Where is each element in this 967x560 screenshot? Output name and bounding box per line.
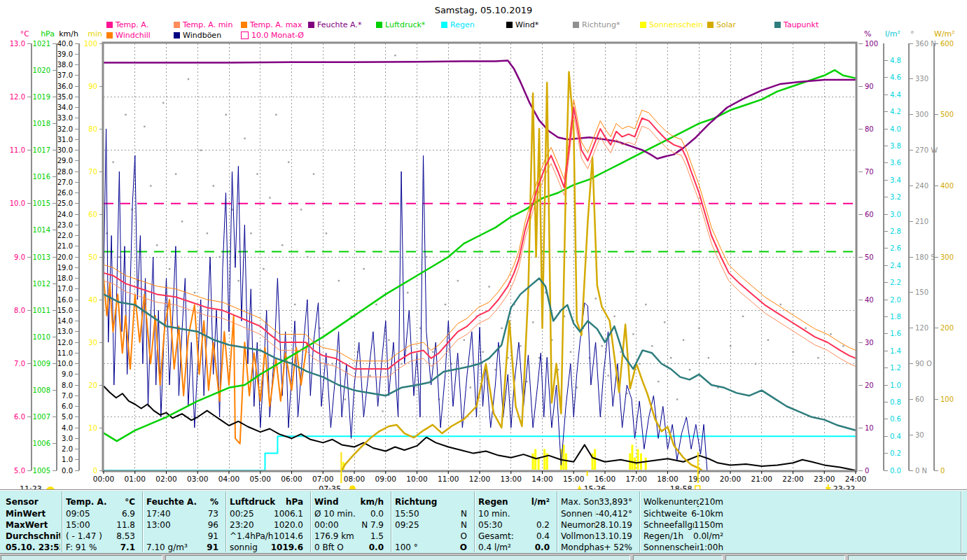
x-axis-tick-label: 14:00 — [531, 475, 552, 483]
table-cell-label: 0 Bft O — [314, 542, 344, 554]
axis-kmh-tick-label: 32.0 — [57, 125, 73, 133]
table-row: Mondphase+ 52% — [561, 542, 632, 554]
axis-deg-tick-label: 30 — [915, 431, 924, 439]
axis-kmh-tick-label: 6.0 — [62, 402, 73, 410]
table-cell-value: O — [460, 542, 467, 554]
axis-kmh-tick-label: 7.0 — [62, 392, 73, 400]
table-cell-value: 6-10km — [691, 509, 723, 520]
axis-lm2-tick-label: 3.6 — [890, 159, 901, 167]
axis-kmh-tick-label: 20.0 — [57, 253, 73, 261]
x-axis-tick-label: 16:00 — [594, 475, 615, 483]
axis-kmh-tick-label: 21.0 — [57, 242, 73, 250]
table-cell-label: sonnig — [230, 542, 258, 554]
table-cell-value: l/m² — [531, 497, 550, 508]
table-cell-label: Durchschnitt — [6, 531, 60, 542]
axis-min-tick-label: 30 — [88, 339, 97, 346]
axis-kmh-tick-label: 5.0 — [62, 413, 73, 421]
table-cell-value: 210m — [699, 497, 723, 508]
table-cell-label: Schneefallgr — [643, 520, 694, 531]
table-row: Sonnen Pos-40,412° — [561, 509, 632, 520]
x-axis-tick-label: 07:00 — [312, 475, 333, 483]
weather-chart: 5.06.07.08.09.010.011.012.013.0100510061… — [0, 0, 967, 490]
table-row: 176.9 km1.5 — [314, 531, 384, 542]
table-row: O — [395, 531, 467, 542]
axis-kmh-tick-label: 36.0 — [57, 83, 73, 90]
axis-lm2-tick-label: 4.2 — [890, 108, 901, 115]
axis-kmh-tick-label: 26.0 — [57, 189, 73, 197]
axis-kmh-tick-label: 11.0 — [57, 349, 73, 357]
table-cell-label: Ø 10 min. — [314, 509, 356, 520]
axis-hpa-tick-label: 1009 — [33, 360, 50, 368]
axis-min-tick-label: 80 — [88, 125, 97, 133]
x-axis-tick-label: 24:00 — [845, 475, 866, 483]
table-cell-value: 0.4 — [536, 531, 550, 542]
axis-pct-tick-label: 0 — [865, 467, 869, 475]
table-cell-value: 0.0 — [369, 542, 384, 554]
table-row: Richtung — [395, 497, 467, 508]
axis-min-tick-label: 50 — [88, 253, 97, 261]
axis-temp_c-tick-label: 6.0 — [14, 413, 25, 421]
table-row: 09:25N — [395, 520, 467, 531]
x-axis-tick-label: 01:00 — [125, 475, 146, 483]
table-cell-value: 1014.6 — [274, 531, 303, 542]
axis-temp_c-tick-label: 8.0 — [14, 307, 25, 314]
table-cell-value: 0.2 — [536, 520, 550, 531]
axis-kmh-tick-label: 8.0 — [62, 382, 73, 389]
axis-kmh-tick-label: 31.0 — [57, 136, 73, 144]
table-cell-value: 1006.1 — [274, 509, 303, 520]
table-row: 00:251006.1 — [230, 509, 303, 520]
axis-deg-tick-label: 180 S — [915, 253, 935, 261]
axis-lm2-tick-label: 3.4 — [890, 176, 901, 184]
axis-lm2-tick-label: 4.8 — [890, 57, 901, 64]
table-cell-label: Regen/1h — [643, 531, 683, 542]
axis-kmh-tick-label: 33.0 — [57, 114, 73, 122]
table-row: 100 °O — [395, 542, 467, 554]
table-cell-label: Luftdruck — [230, 497, 275, 508]
table-cell-label: 00:25 — [230, 509, 254, 520]
axis-wm2-tick-label: 600 — [940, 40, 954, 48]
table-cell-value: 91 — [207, 542, 218, 554]
table-row: Temp. A.°C — [66, 497, 135, 508]
axis-hpa-tick-label: 1008 — [33, 386, 50, 394]
table-row: Schneefallgr1150m — [643, 520, 723, 531]
table-row: MaxWert — [6, 520, 60, 531]
axis-hpa-tick-label: 1005 — [33, 467, 50, 475]
x-axis-tick-label: 11:00 — [438, 475, 459, 483]
axis-wm2-tick-label: 0 — [940, 467, 945, 475]
axis-lm2-tick-label: 0.2 — [890, 449, 901, 457]
table-row: 05.10. 23:55 — [6, 542, 60, 554]
x-axis-tick-label: 06:00 — [281, 475, 302, 483]
axis-deg-tick-label: 0 N — [915, 467, 927, 475]
axis-kmh-tick-label: 28.0 — [57, 168, 73, 176]
table-divider — [142, 491, 143, 552]
axis-pct-tick-label: 50 — [865, 253, 874, 261]
x-axis-tick-label: 23:00 — [814, 475, 835, 483]
table-row: Max. Sonnen33,893° — [561, 497, 632, 508]
table-divider — [391, 491, 391, 552]
gridlines — [104, 43, 856, 470]
axis-kmh-tick-label: 2.0 — [62, 445, 73, 453]
table-cell-value: 96 — [208, 520, 218, 531]
axis-lm2-tick-label: 0.8 — [890, 398, 901, 406]
axis-min-tick-label: 0 — [93, 467, 97, 475]
table-cell-label: Gesamt: — [478, 531, 514, 542]
axis-kmh-tick-label: 22.0 — [57, 232, 73, 239]
table-row: Regen/1h0.0l/m² — [643, 531, 723, 542]
table-divider — [62, 491, 62, 552]
axis-hpa-tick-label: 1013 — [33, 253, 50, 261]
table-cell-label: MinWert — [6, 509, 46, 520]
axis-min-tick-label: 20 — [88, 382, 97, 389]
axis-lm2-tick-label: 2.0 — [890, 296, 901, 304]
sensor-summary-table: SensorMinWertMaxWertDurchschnitt05.10. 2… — [0, 489, 967, 554]
axis-wm2-tick-label: 100 — [940, 396, 954, 403]
table-cell-label: Sonnenschein — [643, 542, 699, 554]
table-cell-value: + 52% — [604, 542, 632, 554]
table-row: Sensor — [6, 497, 60, 508]
table-divider — [639, 491, 640, 552]
table-cell-value: N 7.9 — [361, 520, 384, 531]
x-axis-tick-label: 09:00 — [375, 475, 396, 483]
table-cell-value: N — [461, 509, 467, 520]
table-cell-label: 176.9 km — [314, 531, 354, 542]
table-divider — [557, 491, 557, 552]
table-cell-value: -40,412° — [596, 509, 632, 520]
